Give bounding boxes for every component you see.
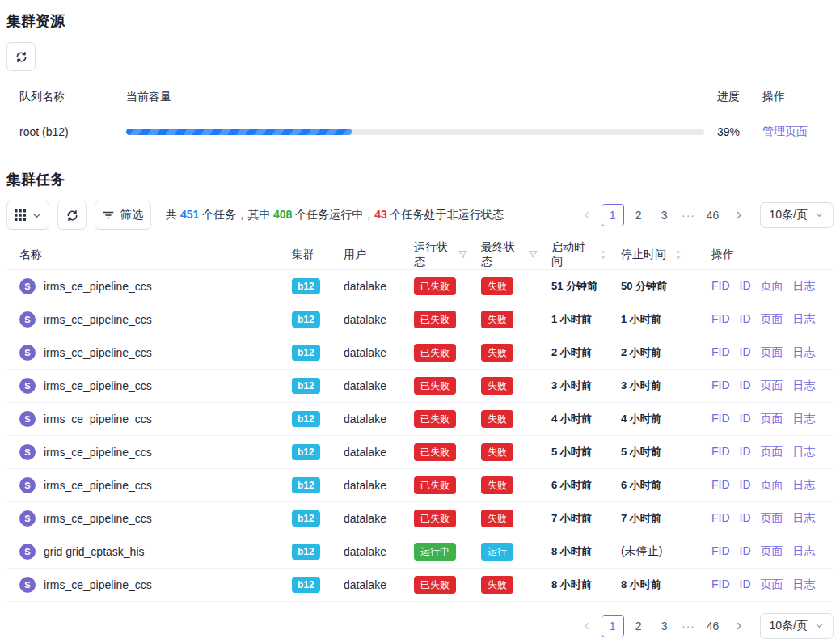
- row-action-link[interactable]: ID: [740, 445, 751, 459]
- row-action-link[interactable]: 页面: [761, 412, 783, 426]
- task-name: irms_ce_pipeline_ccs: [44, 313, 152, 326]
- tasks-refresh-button[interactable]: [57, 201, 87, 230]
- filter-button[interactable]: 筛选: [95, 201, 151, 230]
- funnel-filter-icon[interactable]: [528, 249, 538, 260]
- task-name: irms_ce_pipeline_ccs: [44, 346, 152, 359]
- task-name-cell: S grid grid_cptask_his: [6, 544, 285, 560]
- row-actions: FIDID页面日志: [705, 511, 834, 526]
- capacity-cell: [120, 129, 711, 135]
- column-settings-button[interactable]: [6, 201, 49, 230]
- sorter-icon[interactable]: [598, 249, 608, 260]
- row-action-link[interactable]: 日志: [793, 445, 816, 459]
- row-action-link[interactable]: FID: [711, 279, 730, 294]
- pagination-page-2[interactable]: 2: [627, 615, 650, 637]
- final-status-badge: 运行: [481, 543, 513, 561]
- row-action-link[interactable]: 日志: [793, 345, 816, 360]
- row-action-link[interactable]: 页面: [761, 279, 783, 294]
- page-size-select[interactable]: 10条/页: [760, 613, 834, 639]
- final-status-cell: 失败: [475, 510, 545, 527]
- page-size-select[interactable]: 10条/页: [760, 202, 834, 228]
- row-action-link[interactable]: ID: [740, 544, 751, 559]
- row-action-link[interactable]: 页面: [761, 511, 783, 526]
- row-action-link[interactable]: FID: [711, 511, 730, 526]
- cluster-tag: b12: [292, 311, 320, 328]
- pagination-page-1[interactable]: 1: [602, 204, 624, 226]
- pagination-prev-button[interactable]: [576, 204, 598, 226]
- start-time: 4 小时前: [545, 412, 614, 426]
- stop-time-header: 停止时间: [614, 248, 705, 262]
- pagination-ellipsis[interactable]: ···: [679, 620, 699, 633]
- pagination-page-2[interactable]: 2: [627, 204, 650, 226]
- row-action-link[interactable]: 页面: [761, 578, 783, 592]
- final-status-header: 最终状态: [475, 240, 545, 269]
- pagination-page-1[interactable]: 1: [602, 615, 624, 637]
- row-action-link[interactable]: 日志: [793, 511, 816, 526]
- user-cell: datalake: [337, 545, 407, 558]
- row-action-link[interactable]: FID: [711, 478, 730, 493]
- row-action-link[interactable]: 页面: [761, 312, 783, 327]
- stop-time: 2 小时前: [614, 345, 705, 360]
- row-action-link[interactable]: 日志: [793, 578, 816, 592]
- page-size-value: 10条/页: [770, 208, 808, 222]
- row-action-link[interactable]: ID: [740, 578, 751, 592]
- row-action-link[interactable]: ID: [740, 412, 751, 426]
- pagination-page-46[interactable]: 46: [702, 204, 724, 226]
- row-action-link[interactable]: ID: [740, 312, 751, 327]
- user-cell: datalake: [337, 578, 407, 591]
- pagination-page-3[interactable]: 3: [653, 615, 676, 637]
- user-cell: datalake: [337, 346, 407, 359]
- row-action-link[interactable]: FID: [711, 445, 730, 459]
- task-name: irms_ce_pipeline_ccs: [44, 379, 152, 392]
- row-action-link[interactable]: 日志: [793, 279, 816, 294]
- pagination-next-button[interactable]: [728, 615, 750, 637]
- row-action-link[interactable]: 页面: [761, 478, 783, 493]
- pagination-ellipsis[interactable]: ···: [679, 209, 699, 222]
- refresh-icon: [66, 209, 78, 222]
- start-time: 8 小时前: [545, 544, 614, 559]
- row-action-link[interactable]: ID: [740, 279, 751, 294]
- final-status-cell: 运行: [475, 543, 545, 561]
- row-action-link[interactable]: 页面: [761, 544, 783, 559]
- row-action-link[interactable]: 日志: [793, 312, 816, 327]
- manage-page-link[interactable]: 管理页面: [762, 125, 808, 138]
- row-action-link[interactable]: ID: [740, 511, 751, 526]
- row-action-link[interactable]: FID: [711, 578, 730, 592]
- pagination-page-46[interactable]: 46: [702, 615, 724, 637]
- row-action-link[interactable]: 日志: [793, 478, 816, 493]
- resources-refresh-button[interactable]: [6, 42, 36, 71]
- grid-icon: [15, 209, 26, 221]
- filter-button-label: 筛选: [120, 208, 143, 222]
- row-action-link[interactable]: 日志: [793, 412, 816, 426]
- table-row: S irms_ce_pipeline_ccs b12 datalake 已失败 …: [6, 469, 834, 502]
- funnel-filter-icon[interactable]: [458, 249, 468, 260]
- table-footer: 1 2 3 ··· 46 10条/页: [6, 613, 834, 639]
- cluster-tag: b12: [292, 510, 320, 527]
- row-action-link[interactable]: FID: [711, 312, 730, 327]
- chevron-down-icon: [32, 211, 41, 220]
- final-status-badge: 失败: [481, 443, 513, 461]
- row-action-link[interactable]: 日志: [793, 379, 816, 393]
- final-status-badge: 失败: [481, 576, 513, 594]
- row-action-link[interactable]: 日志: [793, 544, 816, 559]
- cluster-tag: b12: [292, 345, 320, 361]
- row-action-link[interactable]: 页面: [761, 345, 783, 360]
- row-action-link[interactable]: ID: [740, 345, 751, 360]
- row-action-link[interactable]: ID: [740, 379, 751, 393]
- pagination-page-3[interactable]: 3: [653, 204, 676, 226]
- cluster-cell: b12: [285, 577, 337, 593]
- row-action-link[interactable]: 页面: [761, 379, 783, 393]
- row-action-link[interactable]: FID: [711, 345, 730, 360]
- row-action-link[interactable]: FID: [711, 412, 730, 426]
- row-action-link[interactable]: FID: [711, 544, 730, 559]
- row-action-link[interactable]: 页面: [761, 445, 783, 459]
- start-time: 1 小时前: [545, 312, 614, 327]
- row-action-link[interactable]: ID: [740, 478, 751, 493]
- task-name-cell: S irms_ce_pipeline_ccs: [6, 411, 285, 427]
- start-time: 7 小时前: [545, 511, 614, 526]
- stop-time: 8 小时前: [614, 578, 705, 592]
- pagination-prev-button[interactable]: [576, 615, 598, 637]
- summary-segment: 共: [166, 208, 180, 221]
- row-action-link[interactable]: FID: [711, 379, 730, 393]
- sorter-icon[interactable]: [673, 249, 683, 260]
- pagination-next-button[interactable]: [728, 204, 750, 226]
